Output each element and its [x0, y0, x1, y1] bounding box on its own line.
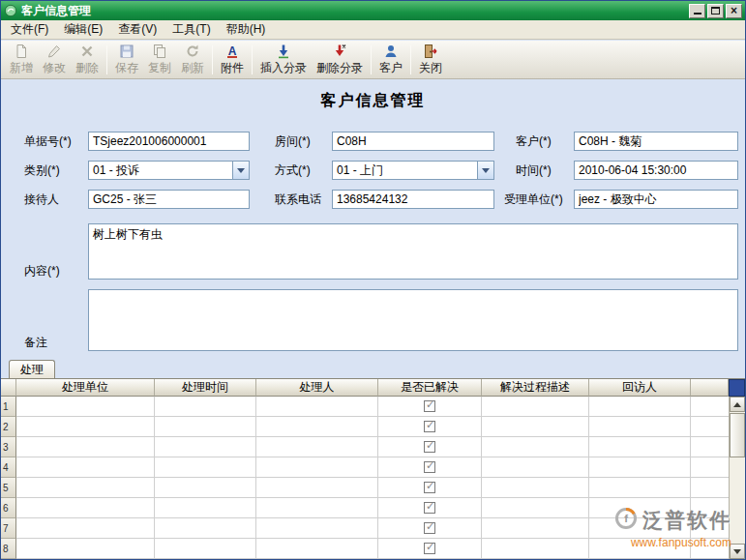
grid-cell[interactable]	[482, 457, 589, 478]
grid-cell[interactable]	[482, 539, 589, 559]
toolbar-save-button[interactable]: 保存	[110, 43, 143, 77]
scroll-thumb[interactable]	[730, 413, 745, 457]
toolbar-attachment-button[interactable]: A 附件	[216, 43, 249, 77]
grid-cell[interactable]	[589, 518, 691, 539]
resolved-checkbox[interactable]	[424, 482, 435, 493]
toolbar-copy-button[interactable]: 复制	[143, 43, 176, 77]
grid-cell[interactable]	[378, 457, 482, 478]
grid-cell[interactable]	[256, 498, 378, 518]
row-number[interactable]: 2	[1, 417, 16, 437]
grid-cell[interactable]	[256, 518, 378, 539]
grid-cell[interactable]	[16, 417, 155, 437]
method-select[interactable]: 01 - 上门	[332, 161, 494, 180]
grid-cell[interactable]	[482, 417, 589, 437]
grid-cell[interactable]	[589, 498, 691, 518]
table-row[interactable]: 8	[1, 539, 729, 559]
resolved-checkbox[interactable]	[424, 502, 435, 514]
menu-tools[interactable]: 工具(T)	[164, 19, 218, 40]
table-row[interactable]: 7	[1, 518, 729, 539]
toolbar-refresh-button[interactable]: 刷新	[176, 43, 209, 77]
category-select[interactable]: 01 - 投诉	[88, 161, 250, 180]
column-header-person[interactable]: 处理人	[256, 379, 378, 397]
minimize-button[interactable]	[689, 4, 705, 18]
column-header-process-desc[interactable]: 解决过程描述	[482, 379, 589, 397]
customer-input[interactable]	[574, 132, 738, 151]
toolbar-insert-entry-button[interactable]: 插入分录	[255, 43, 312, 77]
row-number[interactable]: 4	[1, 457, 16, 478]
scroll-down-button[interactable]	[730, 544, 745, 559]
toolbar-new-button[interactable]: 新增	[5, 43, 38, 77]
column-header-unit[interactable]: 处理单位	[16, 379, 155, 397]
grid-cell[interactable]	[378, 417, 482, 437]
grid-cell[interactable]	[256, 397, 378, 417]
grid-cell[interactable]	[155, 539, 256, 559]
phone-input[interactable]	[332, 190, 494, 209]
grid-cell[interactable]	[16, 397, 155, 417]
grid-cell[interactable]	[256, 539, 378, 559]
menu-edit[interactable]: 编辑(E)	[56, 19, 110, 40]
grid-cell[interactable]	[589, 397, 691, 417]
row-number[interactable]: 3	[1, 437, 16, 457]
grid-cell[interactable]	[155, 437, 256, 457]
toolbar-edit-button[interactable]: 修改	[38, 43, 71, 77]
menu-file[interactable]: 文件(F)	[3, 19, 56, 40]
grid-cell[interactable]	[155, 397, 256, 417]
grid-cell[interactable]	[16, 457, 155, 478]
grid-cell[interactable]	[155, 518, 256, 539]
receiver-input[interactable]	[88, 190, 250, 209]
doc-no-input[interactable]	[88, 132, 250, 151]
vertical-scrollbar[interactable]	[729, 397, 745, 559]
resolved-checkbox[interactable]	[424, 543, 435, 554]
grid-cell[interactable]	[155, 417, 256, 437]
grid-cell[interactable]	[256, 457, 378, 478]
column-header-time[interactable]: 处理时间	[155, 379, 256, 397]
tab-process[interactable]: 处理	[9, 360, 55, 378]
grid-cell[interactable]	[16, 539, 155, 559]
table-row[interactable]: 3	[1, 437, 729, 457]
grid-cell[interactable]	[378, 397, 482, 417]
toolbar-delete-button[interactable]: 删除	[71, 43, 104, 77]
grid-cell[interactable]	[482, 518, 589, 539]
maximize-button[interactable]	[707, 4, 724, 18]
grid-cell[interactable]	[16, 478, 155, 498]
remark-textarea[interactable]	[88, 289, 738, 351]
grid-cell[interactable]	[16, 498, 155, 518]
grid-cell[interactable]	[482, 397, 589, 417]
toolbar-customer-button[interactable]: 客户	[374, 43, 407, 77]
grid-cell[interactable]	[155, 457, 256, 478]
grid-cell[interactable]	[589, 417, 691, 437]
grid-cell[interactable]	[378, 498, 482, 518]
method-dropdown-button[interactable]	[477, 162, 493, 179]
menu-view[interactable]: 查看(V)	[110, 19, 164, 40]
grid-cell[interactable]	[589, 437, 691, 457]
resolved-checkbox[interactable]	[424, 421, 435, 432]
grid-cell[interactable]	[378, 437, 482, 457]
resolved-checkbox[interactable]	[424, 522, 435, 534]
table-row[interactable]: 5	[1, 478, 729, 498]
grid-cell[interactable]	[155, 478, 256, 498]
toolbar-delete-entry-button[interactable]: 删除分录	[312, 43, 368, 77]
toolbar-close-button[interactable]: 关闭	[414, 43, 447, 77]
grid-cell[interactable]	[378, 518, 482, 539]
grid-corner-box[interactable]	[729, 379, 745, 397]
column-header-resolved[interactable]: 是否已解决	[378, 379, 482, 397]
resolved-checkbox[interactable]	[424, 461, 435, 473]
category-dropdown-button[interactable]	[232, 162, 249, 179]
row-number[interactable]: 1	[1, 397, 16, 417]
table-row[interactable]: 6	[1, 498, 729, 518]
scroll-up-button[interactable]	[730, 397, 745, 412]
menu-help[interactable]: 帮助(H)	[219, 19, 274, 40]
grid-cell[interactable]	[378, 539, 482, 559]
row-number[interactable]: 6	[1, 498, 16, 518]
table-row[interactable]: 4	[1, 457, 729, 478]
grid-cell[interactable]	[589, 539, 691, 559]
grid-cell[interactable]	[482, 498, 589, 518]
grid-cell[interactable]	[256, 478, 378, 498]
grid-cell[interactable]	[482, 478, 589, 498]
content-textarea[interactable]: 树上树下有虫	[88, 223, 738, 280]
grid-cell[interactable]	[16, 437, 155, 457]
row-number[interactable]: 5	[1, 478, 16, 498]
grid-cell[interactable]	[378, 478, 482, 498]
grid-cell[interactable]	[16, 518, 155, 539]
table-row[interactable]: 2	[1, 417, 729, 437]
